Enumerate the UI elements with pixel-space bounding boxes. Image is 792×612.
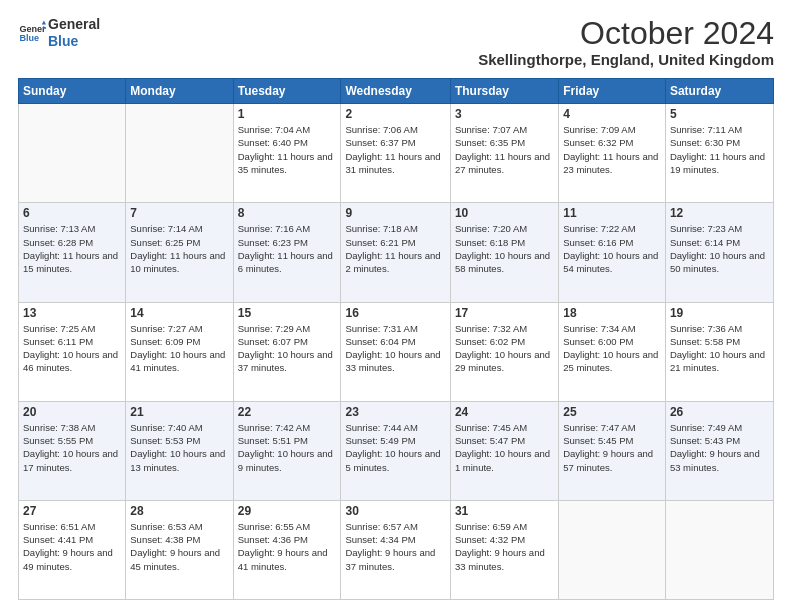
- day-info: Sunrise: 7:45 AM Sunset: 5:47 PM Dayligh…: [455, 421, 554, 474]
- day-number: 29: [238, 504, 337, 518]
- day-number: 27: [23, 504, 121, 518]
- header: General Blue General Blue October 2024 S…: [18, 16, 774, 68]
- col-sunday: Sunday: [19, 79, 126, 104]
- day-cell: 8Sunrise: 7:16 AM Sunset: 6:23 PM Daylig…: [233, 203, 341, 302]
- day-cell: 16Sunrise: 7:31 AM Sunset: 6:04 PM Dayli…: [341, 302, 450, 401]
- day-cell: 13Sunrise: 7:25 AM Sunset: 6:11 PM Dayli…: [19, 302, 126, 401]
- col-saturday: Saturday: [665, 79, 773, 104]
- day-number: 22: [238, 405, 337, 419]
- day-info: Sunrise: 7:25 AM Sunset: 6:11 PM Dayligh…: [23, 322, 121, 375]
- day-cell: 26Sunrise: 7:49 AM Sunset: 5:43 PM Dayli…: [665, 401, 773, 500]
- title-block: October 2024 Skellingthorpe, England, Un…: [478, 16, 774, 68]
- day-cell: 22Sunrise: 7:42 AM Sunset: 5:51 PM Dayli…: [233, 401, 341, 500]
- svg-text:Blue: Blue: [19, 33, 39, 43]
- day-info: Sunrise: 7:27 AM Sunset: 6:09 PM Dayligh…: [130, 322, 228, 375]
- col-friday: Friday: [559, 79, 666, 104]
- day-cell: 18Sunrise: 7:34 AM Sunset: 6:00 PM Dayli…: [559, 302, 666, 401]
- day-number: 17: [455, 306, 554, 320]
- calendar-header: Sunday Monday Tuesday Wednesday Thursday…: [19, 79, 774, 104]
- day-number: 21: [130, 405, 228, 419]
- day-cell: 6Sunrise: 7:13 AM Sunset: 6:28 PM Daylig…: [19, 203, 126, 302]
- day-info: Sunrise: 6:53 AM Sunset: 4:38 PM Dayligh…: [130, 520, 228, 573]
- day-cell: 19Sunrise: 7:36 AM Sunset: 5:58 PM Dayli…: [665, 302, 773, 401]
- day-number: 18: [563, 306, 661, 320]
- day-cell: 30Sunrise: 6:57 AM Sunset: 4:34 PM Dayli…: [341, 500, 450, 599]
- day-cell: [126, 104, 233, 203]
- week-row-5: 27Sunrise: 6:51 AM Sunset: 4:41 PM Dayli…: [19, 500, 774, 599]
- day-number: 2: [345, 107, 445, 121]
- logo-blue: Blue: [48, 33, 100, 50]
- day-info: Sunrise: 7:47 AM Sunset: 5:45 PM Dayligh…: [563, 421, 661, 474]
- day-info: Sunrise: 7:04 AM Sunset: 6:40 PM Dayligh…: [238, 123, 337, 176]
- day-cell: 10Sunrise: 7:20 AM Sunset: 6:18 PM Dayli…: [450, 203, 558, 302]
- day-cell: 28Sunrise: 6:53 AM Sunset: 4:38 PM Dayli…: [126, 500, 233, 599]
- day-info: Sunrise: 7:36 AM Sunset: 5:58 PM Dayligh…: [670, 322, 769, 375]
- logo-icon: General Blue: [18, 19, 46, 47]
- day-cell: 11Sunrise: 7:22 AM Sunset: 6:16 PM Dayli…: [559, 203, 666, 302]
- day-cell: 4Sunrise: 7:09 AM Sunset: 6:32 PM Daylig…: [559, 104, 666, 203]
- col-thursday: Thursday: [450, 79, 558, 104]
- day-number: 19: [670, 306, 769, 320]
- day-info: Sunrise: 7:32 AM Sunset: 6:02 PM Dayligh…: [455, 322, 554, 375]
- svg-text:General: General: [19, 23, 46, 33]
- day-number: 24: [455, 405, 554, 419]
- day-number: 11: [563, 206, 661, 220]
- day-info: Sunrise: 7:09 AM Sunset: 6:32 PM Dayligh…: [563, 123, 661, 176]
- week-row-2: 6Sunrise: 7:13 AM Sunset: 6:28 PM Daylig…: [19, 203, 774, 302]
- day-cell: 25Sunrise: 7:47 AM Sunset: 5:45 PM Dayli…: [559, 401, 666, 500]
- day-info: Sunrise: 7:31 AM Sunset: 6:04 PM Dayligh…: [345, 322, 445, 375]
- day-info: Sunrise: 6:51 AM Sunset: 4:41 PM Dayligh…: [23, 520, 121, 573]
- day-cell: 27Sunrise: 6:51 AM Sunset: 4:41 PM Dayli…: [19, 500, 126, 599]
- day-info: Sunrise: 7:13 AM Sunset: 6:28 PM Dayligh…: [23, 222, 121, 275]
- calendar-body: 1Sunrise: 7:04 AM Sunset: 6:40 PM Daylig…: [19, 104, 774, 600]
- day-cell: 2Sunrise: 7:06 AM Sunset: 6:37 PM Daylig…: [341, 104, 450, 203]
- day-number: 9: [345, 206, 445, 220]
- day-info: Sunrise: 7:07 AM Sunset: 6:35 PM Dayligh…: [455, 123, 554, 176]
- day-cell: [559, 500, 666, 599]
- day-number: 8: [238, 206, 337, 220]
- day-cell: 7Sunrise: 7:14 AM Sunset: 6:25 PM Daylig…: [126, 203, 233, 302]
- col-monday: Monday: [126, 79, 233, 104]
- day-number: 23: [345, 405, 445, 419]
- day-info: Sunrise: 7:44 AM Sunset: 5:49 PM Dayligh…: [345, 421, 445, 474]
- logo-general: General: [48, 16, 100, 33]
- calendar-table: Sunday Monday Tuesday Wednesday Thursday…: [18, 78, 774, 600]
- day-info: Sunrise: 6:55 AM Sunset: 4:36 PM Dayligh…: [238, 520, 337, 573]
- day-info: Sunrise: 7:18 AM Sunset: 6:21 PM Dayligh…: [345, 222, 445, 275]
- day-cell: [19, 104, 126, 203]
- day-number: 26: [670, 405, 769, 419]
- day-cell: 31Sunrise: 6:59 AM Sunset: 4:32 PM Dayli…: [450, 500, 558, 599]
- day-number: 20: [23, 405, 121, 419]
- day-info: Sunrise: 7:23 AM Sunset: 6:14 PM Dayligh…: [670, 222, 769, 275]
- day-info: Sunrise: 7:11 AM Sunset: 6:30 PM Dayligh…: [670, 123, 769, 176]
- day-info: Sunrise: 7:49 AM Sunset: 5:43 PM Dayligh…: [670, 421, 769, 474]
- day-number: 16: [345, 306, 445, 320]
- logo: General Blue General Blue: [18, 16, 100, 50]
- day-number: 10: [455, 206, 554, 220]
- day-cell: 17Sunrise: 7:32 AM Sunset: 6:02 PM Dayli…: [450, 302, 558, 401]
- week-row-4: 20Sunrise: 7:38 AM Sunset: 5:55 PM Dayli…: [19, 401, 774, 500]
- day-cell: 14Sunrise: 7:27 AM Sunset: 6:09 PM Dayli…: [126, 302, 233, 401]
- week-row-1: 1Sunrise: 7:04 AM Sunset: 6:40 PM Daylig…: [19, 104, 774, 203]
- day-cell: 1Sunrise: 7:04 AM Sunset: 6:40 PM Daylig…: [233, 104, 341, 203]
- day-info: Sunrise: 7:38 AM Sunset: 5:55 PM Dayligh…: [23, 421, 121, 474]
- day-cell: 9Sunrise: 7:18 AM Sunset: 6:21 PM Daylig…: [341, 203, 450, 302]
- day-cell: 3Sunrise: 7:07 AM Sunset: 6:35 PM Daylig…: [450, 104, 558, 203]
- day-info: Sunrise: 7:34 AM Sunset: 6:00 PM Dayligh…: [563, 322, 661, 375]
- day-info: Sunrise: 7:40 AM Sunset: 5:53 PM Dayligh…: [130, 421, 228, 474]
- day-info: Sunrise: 6:57 AM Sunset: 4:34 PM Dayligh…: [345, 520, 445, 573]
- day-number: 3: [455, 107, 554, 121]
- day-number: 12: [670, 206, 769, 220]
- location-title: Skellingthorpe, England, United Kingdom: [478, 51, 774, 68]
- day-number: 15: [238, 306, 337, 320]
- day-cell: 24Sunrise: 7:45 AM Sunset: 5:47 PM Dayli…: [450, 401, 558, 500]
- day-number: 30: [345, 504, 445, 518]
- day-number: 14: [130, 306, 228, 320]
- svg-marker-2: [42, 20, 46, 24]
- day-info: Sunrise: 7:06 AM Sunset: 6:37 PM Dayligh…: [345, 123, 445, 176]
- day-cell: 21Sunrise: 7:40 AM Sunset: 5:53 PM Dayli…: [126, 401, 233, 500]
- day-cell: 12Sunrise: 7:23 AM Sunset: 6:14 PM Dayli…: [665, 203, 773, 302]
- day-number: 13: [23, 306, 121, 320]
- header-row: Sunday Monday Tuesday Wednesday Thursday…: [19, 79, 774, 104]
- day-number: 5: [670, 107, 769, 121]
